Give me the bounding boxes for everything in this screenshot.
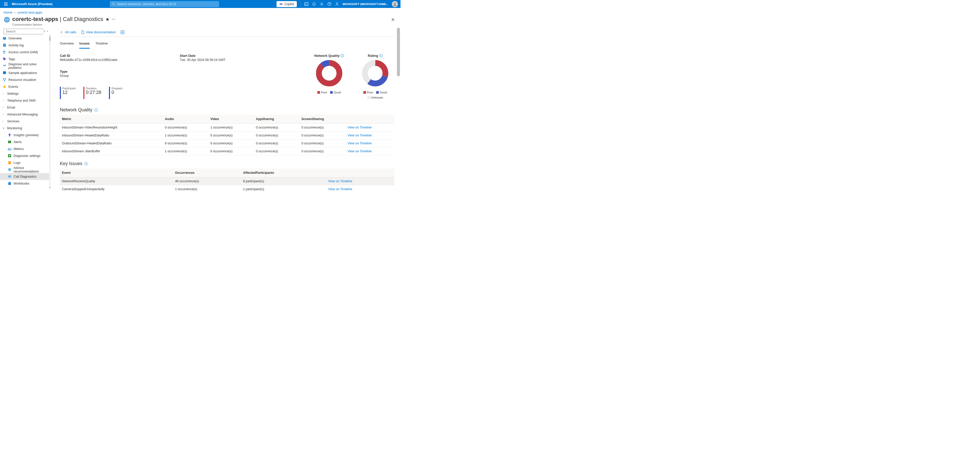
sidebar-item-advisor-recommendations[interactable]: Advisor recommendations <box>0 166 51 173</box>
callid-value: 9942dd6c-071c-4269-bf1d-cc22ff82cabe <box>60 58 180 62</box>
sidebar-search[interactable] <box>3 29 43 34</box>
svg-rect-11 <box>3 38 6 38</box>
table-header: AffectedParticipants <box>241 168 326 177</box>
sidebar-item-overview[interactable]: Overview <box>0 35 51 42</box>
sidebar-item-insights-preview-[interactable]: Insights (preview) <box>0 132 51 139</box>
table-row[interactable]: CameraStoppedUnexpectedly1 occurrence(s)… <box>60 185 395 192</box>
svg-point-21 <box>9 134 11 136</box>
table-row[interactable]: InboundStream-HealedDataRatio1 occurrenc… <box>60 132 395 139</box>
favorite-star-icon[interactable]: ★ <box>106 17 109 22</box>
sidebar-item-sample-applications[interactable]: Sample applications <box>0 69 51 76</box>
cell-metric: InboundStream-HealedDataRatio <box>60 132 163 139</box>
help-icon[interactable] <box>327 2 331 6</box>
scroll-down-icon[interactable]: ▼ <box>49 187 51 188</box>
avatar[interactable] <box>392 1 398 7</box>
sidebar-item-services[interactable]: ›Services <box>0 118 51 124</box>
activity-icon <box>3 43 6 47</box>
expand-icon[interactable]: ⟨⟩ <box>43 30 45 32</box>
hamburger-icon[interactable] <box>4 3 8 6</box>
cell-screen: 0 occurrence(s) <box>299 147 345 155</box>
sidebar-item-email[interactable]: ›Email <box>0 104 51 111</box>
grid-icon[interactable] <box>121 30 124 34</box>
sidebar-item-metrics[interactable]: Metrics <box>0 145 51 152</box>
advisor-icon <box>8 167 11 172</box>
cell-video: 1 occurrence(s) <box>208 124 254 132</box>
chevron-right-icon: › <box>3 113 5 116</box>
sidebar-item-resource-visualizer[interactable]: Resource visualizer <box>0 76 51 83</box>
info-icon[interactable]: i <box>94 108 98 112</box>
donut-rating <box>362 60 389 87</box>
sidebar-item-call-diagnostics[interactable]: Call Diagnostics <box>0 173 51 180</box>
svg-point-33 <box>319 63 339 83</box>
view-timeline-link[interactable]: View on Timeline <box>348 134 372 137</box>
feedback-icon[interactable] <box>335 2 339 6</box>
separator <box>301 2 301 6</box>
view-docs-link[interactable]: View documentation <box>81 30 116 34</box>
table-row[interactable]: OutboundStream-HealedDataRatio8 occurren… <box>60 139 395 147</box>
tab-timeline[interactable]: Timeline <box>95 40 108 49</box>
topbar: Microsoft Azure (Preview) Copilot MICROS… <box>0 0 401 8</box>
stat-value: 12 <box>62 90 76 95</box>
table-header: Event <box>60 168 173 177</box>
cell-video: 0 occurrence(s) <box>208 147 254 155</box>
bell-icon[interactable] <box>312 2 316 6</box>
table-row[interactable]: InboundStream-VideoResolutionHeight0 occ… <box>60 124 395 132</box>
sidebar-item-automation[interactable]: ›Automation <box>0 187 51 188</box>
cloudshell-icon[interactable] <box>304 2 309 6</box>
main-scrollbar[interactable] <box>397 28 400 191</box>
svg-point-3 <box>321 3 322 5</box>
sidebar-item-diagnostic-settings[interactable]: Diagnostic settings <box>0 152 51 159</box>
scrollbar-thumb[interactable] <box>49 37 51 41</box>
copilot-button[interactable]: Copilot <box>277 1 297 7</box>
title-section: Call Diagnostics <box>63 16 103 22</box>
sidebar-item-alerts[interactable]: Alerts <box>0 139 51 145</box>
nq-title: Network Quality <box>314 54 340 57</box>
gear-icon[interactable] <box>320 2 324 6</box>
sidebar-item-telephony-and-sms[interactable]: ›Telephony and SMS <box>0 97 51 104</box>
scroll-up-icon[interactable]: ▲ <box>49 35 51 37</box>
sidebar-item-settings[interactable]: ›Settings <box>0 90 51 97</box>
breadcrumb-resource[interactable]: corertc-test-apps <box>18 11 43 14</box>
table-header <box>326 168 395 177</box>
view-timeline-link[interactable]: View on Timeline <box>348 150 372 153</box>
stat-value: 0:27:28 <box>86 90 101 95</box>
chevron-right-icon: › <box>3 106 5 109</box>
sidebar-item-activity-log[interactable]: Activity log <box>0 42 51 49</box>
sidebar-search-input[interactable] <box>6 30 44 33</box>
sidebar-item-label: Advisor recommendations <box>14 166 49 173</box>
table-row[interactable]: InboundStream-JitterBuffer1 occurrence(s… <box>60 147 395 155</box>
view-timeline-link[interactable]: View on Timeline <box>328 187 352 191</box>
info-icon[interactable]: i <box>340 54 344 57</box>
svg-rect-30 <box>8 182 11 185</box>
info-icon[interactable]: i <box>84 162 88 165</box>
sidebar-item-workbooks[interactable]: Workbooks <box>0 180 51 187</box>
sidebar-item-label: Overview <box>8 37 22 40</box>
global-search[interactable] <box>110 1 219 7</box>
table-row[interactable]: NetworkReceiveQuality48 occurrence(s)8 p… <box>60 177 395 185</box>
stat-label: Participant <box>62 87 76 90</box>
collapse-icon[interactable]: « <box>47 30 48 32</box>
sidebar-item-events[interactable]: Events <box>0 83 51 90</box>
global-search-input[interactable] <box>117 2 217 6</box>
svg-rect-22 <box>9 136 10 136</box>
sidebar-item-diagnose-and-solve-problems[interactable]: Diagnose and solve problems <box>0 62 51 69</box>
svg-rect-16 <box>3 72 6 74</box>
view-timeline-link[interactable]: View on Timeline <box>348 142 372 145</box>
more-icon[interactable]: ⋯ <box>112 17 115 21</box>
account-label[interactable]: MICROSOFT (MICROSOFT.ONMI... <box>343 3 388 6</box>
view-timeline-link[interactable]: View on Timeline <box>328 179 352 183</box>
info-icon[interactable]: i <box>379 54 383 57</box>
sidebar-item-tags[interactable]: Tags <box>0 56 51 62</box>
sidebar-item-access-control-iam-[interactable]: Access control (IAM) <box>0 49 51 56</box>
sidebar-item-monitoring[interactable]: ∨Monitoring <box>0 124 51 132</box>
all-calls-link[interactable]: All calls <box>60 30 76 34</box>
view-timeline-link[interactable]: View on Timeline <box>348 126 372 129</box>
close-icon[interactable]: ✕ <box>389 16 397 24</box>
tab-overview[interactable]: Overview <box>60 40 74 49</box>
logs-icon <box>8 161 11 164</box>
breadcrumb-home[interactable]: Home <box>3 11 13 14</box>
sidebar-item-logs[interactable]: Logs <box>0 159 51 166</box>
view-docs-label: View documentation <box>86 30 116 34</box>
tab-issues[interactable]: Issues <box>79 40 89 49</box>
sidebar-item-advanced-messaging[interactable]: ›Advanced Messaging <box>0 111 51 118</box>
